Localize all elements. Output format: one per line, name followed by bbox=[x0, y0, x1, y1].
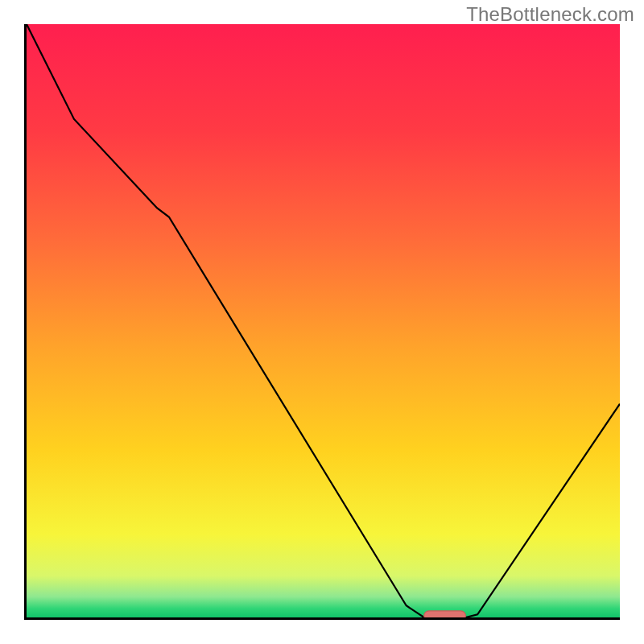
watermark-text: TheBottleneck.com bbox=[466, 3, 634, 26]
plot-area bbox=[27, 24, 620, 617]
y-axis bbox=[24, 24, 27, 620]
x-axis bbox=[24, 617, 620, 620]
chart-stage: TheBottleneck.com bbox=[0, 0, 644, 644]
optimum-marker bbox=[424, 611, 466, 617]
marker-layer bbox=[27, 24, 620, 617]
